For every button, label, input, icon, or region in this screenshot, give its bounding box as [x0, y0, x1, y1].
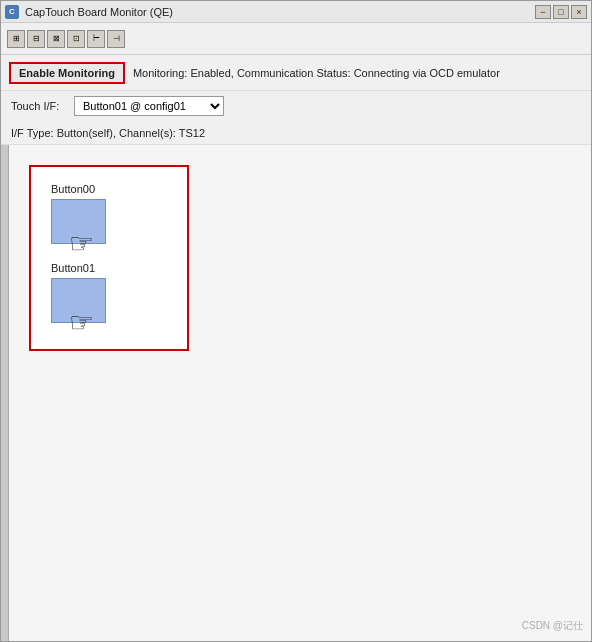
window-controls: − □ × — [535, 5, 587, 19]
left-sidebar — [1, 145, 9, 641]
toolbar: ⊞ ⊟ ⊠ ⊡ ⊢ ⊣ — [1, 23, 591, 55]
button-label-1: Button01 — [51, 262, 167, 274]
toolbar-icon-1[interactable]: ⊞ — [7, 30, 25, 48]
maximize-button[interactable]: □ — [553, 5, 569, 19]
button-label-0: Button00 — [51, 183, 167, 195]
main-panel: Button00 ☞ Button01 ☞ — [1, 145, 591, 641]
hand-cursor-0: ☞ — [69, 230, 94, 258]
app-icon: C — [5, 5, 19, 19]
status-text: Monitoring: Enabled, Communication Statu… — [133, 67, 500, 79]
toolbar-icon-4[interactable]: ⊡ — [67, 30, 85, 48]
button-visual-0[interactable]: ☞ — [51, 199, 119, 254]
touch-if-row: Touch I/F: Button01 @ config01 — [1, 91, 591, 122]
minimize-button[interactable]: − — [535, 5, 551, 19]
button-item-1: Button01 ☞ — [51, 262, 167, 333]
panel-content: Button00 ☞ Button01 ☞ — [9, 145, 591, 641]
touch-if-label: Touch I/F: — [11, 100, 66, 112]
enable-bar: Enable Monitoring Monitoring: Enabled, C… — [1, 55, 591, 91]
if-type-text: I/F Type: Button(self), Channel(s): TS12 — [11, 127, 205, 139]
touch-if-select[interactable]: Button01 @ config01 — [74, 96, 224, 116]
enable-monitoring-button[interactable]: Enable Monitoring — [9, 62, 125, 84]
toolbar-icon-2[interactable]: ⊟ — [27, 30, 45, 48]
button-visual-1[interactable]: ☞ — [51, 278, 119, 333]
toolbar-icon-5[interactable]: ⊢ — [87, 30, 105, 48]
buttons-container: Button00 ☞ Button01 ☞ — [29, 165, 189, 351]
close-button[interactable]: × — [571, 5, 587, 19]
button-item-0: Button00 ☞ — [51, 183, 167, 254]
toolbar-icons: ⊞ ⊟ ⊠ ⊡ ⊢ ⊣ — [7, 30, 125, 48]
toolbar-icon-3[interactable]: ⊠ — [47, 30, 65, 48]
content-area: Enable Monitoring Monitoring: Enabled, C… — [1, 55, 591, 641]
hand-cursor-1: ☞ — [69, 309, 94, 337]
window-title: CapTouch Board Monitor (QE) — [25, 6, 529, 18]
title-bar: C CapTouch Board Monitor (QE) − □ × — [1, 1, 591, 23]
main-window: C CapTouch Board Monitor (QE) − □ × ⊞ ⊟ … — [0, 0, 592, 642]
watermark: CSDN @记仕 — [522, 619, 583, 633]
if-type-row: I/F Type: Button(self), Channel(s): TS12 — [1, 122, 591, 145]
toolbar-icon-6[interactable]: ⊣ — [107, 30, 125, 48]
